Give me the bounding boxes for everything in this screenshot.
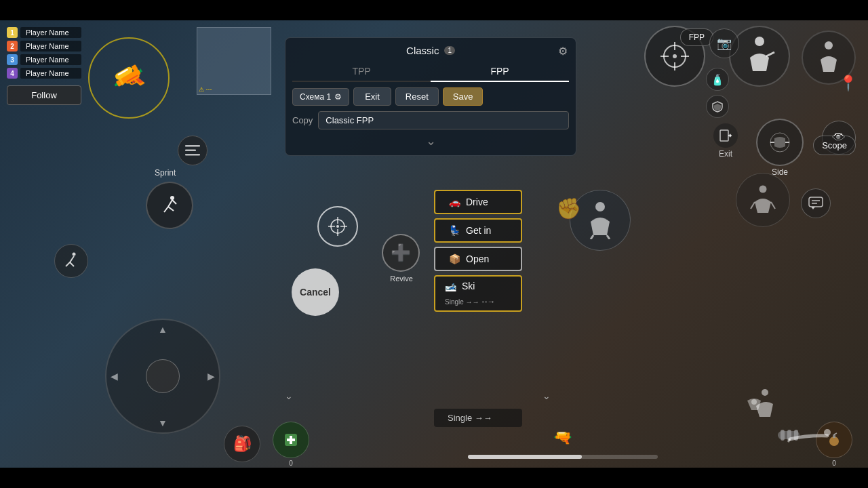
chevron-bottom-left[interactable]: ⌄	[285, 390, 293, 401]
player-name-3: Player Name	[20, 54, 81, 65]
player-item-2: 2 Player Name	[7, 41, 81, 52]
follow-button[interactable]: Follow	[7, 85, 81, 105]
svg-point-47	[762, 389, 768, 396]
chevron-bottom-right[interactable]: ⌄	[542, 390, 551, 401]
prone-button[interactable]	[787, 427, 834, 451]
ski-sub-arrows: --→	[482, 297, 496, 306]
svg-line-45	[751, 202, 755, 209]
svg-rect-23	[287, 439, 295, 441]
svg-line-9	[70, 256, 74, 262]
weapon-circle: 🔫	[88, 37, 170, 119]
exit-right-icon	[713, 123, 738, 148]
menu-button[interactable]	[178, 136, 208, 165]
save-button[interactable]: Save	[443, 87, 484, 106]
player-num-1: 1	[7, 27, 18, 38]
scope-button[interactable]: Scope	[813, 136, 856, 155]
svg-line-19	[591, 235, 593, 239]
location-button[interactable]: 📍	[839, 75, 857, 92]
ski-icon: 🎿	[445, 281, 456, 291]
joystick-arrow-up: ▲	[158, 324, 167, 335]
svg-rect-2	[185, 154, 200, 156]
chat-button[interactable]	[801, 188, 831, 218]
side-button[interactable]	[756, 119, 804, 166]
svg-line-4	[168, 200, 172, 207]
single-indicator: Single →→	[434, 409, 522, 427]
action-buttons-group: 🚗 Drive 💺 Get in 📦 Open 🎿 Ski Single →→ …	[434, 190, 522, 312]
panel-title: Classic	[406, 45, 439, 56]
svg-line-11	[70, 262, 74, 266]
medkit-icon	[283, 432, 299, 448]
player-num-4: 4	[7, 68, 18, 79]
tab-tpp[interactable]: TPP	[292, 62, 431, 81]
player-list: 1 Player Name 2 Player Name 3 Player Nam…	[7, 27, 81, 105]
sprint-button[interactable]	[146, 182, 193, 229]
svg-point-44	[760, 186, 767, 193]
player-figure-shooter	[729, 26, 790, 87]
copy-input[interactable]	[318, 111, 569, 129]
svg-rect-1	[185, 150, 196, 152]
exit-right-button[interactable]: Exit	[713, 123, 738, 159]
svg-point-33	[755, 37, 764, 46]
bottom-bar: 🎒 0 🔫 0	[0, 420, 868, 468]
schema-button[interactable]: Схема 1 ⚙	[292, 88, 349, 106]
joystick-area[interactable]: ▲ ▼ ◀ ▶	[105, 319, 220, 434]
drive-button[interactable]: 🚗 Drive	[434, 190, 522, 214]
ski-button[interactable]: 🎿 Ski Single →→ --→	[434, 275, 522, 312]
crosshair-icon	[326, 214, 350, 239]
player-item-1: 1 Player Name	[7, 27, 81, 38]
cancel-button[interactable]: Cancel	[292, 268, 339, 316]
panel-badge: 1	[444, 46, 455, 55]
revive-label: Revive	[382, 274, 420, 283]
backpack-button[interactable]: 🎒	[224, 426, 260, 462]
player-name-4: Player Name	[20, 68, 81, 79]
sprint-label: Sprint	[155, 168, 176, 178]
black-bar-top	[0, 0, 868, 20]
drive-label: Drive	[466, 197, 488, 207]
exit-button[interactable]: Exit	[353, 87, 391, 106]
svg-rect-41	[809, 197, 823, 207]
copy-label: Copy	[292, 115, 313, 125]
svg-point-17	[336, 225, 339, 228]
bullet-icon: 🔫	[106, 56, 152, 100]
svg-line-26	[834, 433, 837, 434]
open-label: Open	[466, 253, 489, 264]
ski-sub: Single →→ --→	[445, 297, 496, 306]
ammo-fill	[468, 455, 582, 459]
copy-row: Copy	[292, 111, 569, 129]
svg-line-5	[164, 207, 168, 212]
player-num-3: 3	[7, 54, 18, 65]
single-label-1: Single →→	[448, 413, 492, 423]
player-item-4: 4 Player Name	[7, 68, 81, 79]
open-icon: 📦	[449, 253, 460, 264]
reset-button[interactable]: Reset	[395, 87, 439, 106]
medkit-count: 0	[289, 460, 293, 467]
chevron-down[interactable]: ⌄	[292, 134, 569, 148]
aim-circle[interactable]	[317, 206, 358, 247]
gear-button[interactable]: ⚙	[558, 45, 568, 58]
panel-title-row: Classic 1	[292, 45, 569, 56]
fight-icon	[746, 387, 780, 421]
flask-icon-button[interactable]: 🧴	[706, 68, 729, 91]
player-name-2: Player Name	[20, 41, 81, 52]
revive-button[interactable]: ➕	[382, 234, 420, 272]
get-in-icon: 💺	[449, 225, 460, 236]
fpp-button[interactable]: FPP	[680, 28, 713, 46]
shield-icon-button[interactable]	[706, 95, 729, 118]
get-in-button[interactable]: 💺 Get in	[434, 218, 522, 243]
svg-rect-36	[720, 130, 728, 141]
side-label: Side	[756, 167, 804, 177]
exit-door-icon	[719, 129, 732, 142]
gun-icon: 🔫	[553, 429, 572, 447]
crouch-icon	[62, 251, 81, 270]
open-button[interactable]: 📦 Open	[434, 247, 522, 271]
tab-fpp[interactable]: FPP	[431, 62, 569, 82]
camera-button[interactable]: 📷	[709, 28, 739, 58]
black-bar-bottom	[0, 468, 868, 488]
ski-label: Ski	[462, 281, 475, 291]
medkit-button[interactable]	[273, 422, 309, 458]
svg-line-7	[172, 200, 176, 204]
crouch-button[interactable]	[54, 244, 88, 278]
player-name-1: Player Name	[20, 27, 81, 38]
tab-row: TPP FPP	[292, 62, 569, 82]
gesture-icon: ✊	[556, 197, 581, 220]
